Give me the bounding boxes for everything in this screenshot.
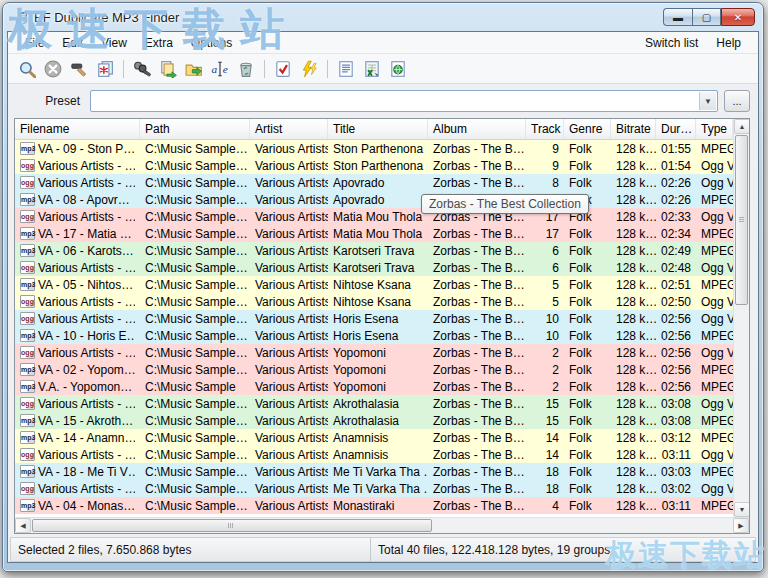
- new-search-icon: [96, 60, 114, 78]
- ogg-file-icon: ogg: [20, 448, 35, 461]
- menu-item-options[interactable]: Options: [182, 34, 241, 52]
- preset-more-button[interactable]: ...: [724, 90, 750, 112]
- album-cell: Zorbas - The B…: [428, 176, 526, 190]
- genre-cell: Folk: [564, 159, 611, 173]
- check-button[interactable]: [270, 57, 296, 81]
- album-cell: Zorbas - The B…: [428, 363, 526, 377]
- type-cell: MPEG: [696, 431, 733, 445]
- table-row[interactable]: mp3VA - 15 - Akroth…C:\Music Sample…Vari…: [15, 412, 733, 429]
- rename-button[interactable]: ae: [207, 57, 233, 81]
- scroll-left-icon[interactable]: ◀: [15, 518, 31, 533]
- table-row[interactable]: mp3VA - 09 - Ston P…C:\Music Sample…Vari…: [15, 140, 733, 157]
- duration-cell: 02:56: [656, 329, 696, 343]
- table-row[interactable]: oggVarious Artists - …C:\Music Sample…Va…: [15, 259, 733, 276]
- keys-button[interactable]: [129, 57, 155, 81]
- preset-combobox[interactable]: ▼: [90, 90, 718, 112]
- scroll-up-icon[interactable]: ▲: [734, 119, 750, 134]
- table-row[interactable]: oggVarious Artists - …C:\Music Sample…Va…: [15, 208, 733, 225]
- search-button[interactable]: [14, 57, 40, 81]
- column-header-title[interactable]: Title: [328, 119, 428, 139]
- horizontal-scrollbar[interactable]: ◀ ▶: [15, 517, 749, 533]
- export-excel-button[interactable]: [359, 57, 385, 81]
- filename-text: VA - 14 - Anamn…: [38, 431, 135, 445]
- delete-button[interactable]: [233, 57, 259, 81]
- table-row[interactable]: mp3VA - 08 - Apovr…C:\Music Sample…Vario…: [15, 191, 733, 208]
- table-row[interactable]: oggVarious Artists - …C:\Music Sample…Va…: [15, 446, 733, 463]
- table-row[interactable]: oggVarious Artists - …C:\Music Sample…Va…: [15, 174, 733, 191]
- menu-item-edit[interactable]: Edit: [53, 34, 92, 52]
- table-row[interactable]: mp3VA - 10 - Horis E…C:\Music Sample…Var…: [15, 327, 733, 344]
- bitrate-cell: 128 k…: [611, 346, 656, 360]
- table-row[interactable]: mp3VA - 17 - Matia …C:\Music Sample…Vari…: [15, 225, 733, 242]
- new-search-button[interactable]: [92, 57, 118, 81]
- table-row[interactable]: oggVarious Artists - …C:\Music Sample…Va…: [15, 395, 733, 412]
- path-cell: C:\Music Sample…: [140, 312, 250, 326]
- horizontal-scroll-thumb[interactable]: [32, 519, 432, 532]
- bitrate-cell: 128 k…: [611, 312, 656, 326]
- track-cell: 2: [526, 380, 564, 394]
- column-header-type[interactable]: Type: [696, 119, 733, 139]
- duration-cell: 03:03: [656, 465, 696, 479]
- table-row[interactable]: oggVarious Artists - …C:\Music Sample…Va…: [15, 480, 733, 497]
- type-cell: MPEG: [696, 380, 733, 394]
- stop-button[interactable]: [40, 57, 66, 81]
- ogg-file-icon: ogg: [20, 210, 35, 223]
- maximize-button[interactable]: ▢: [692, 8, 721, 26]
- artist-cell: Various Artists: [250, 176, 328, 190]
- title-cell: Akrothalasia: [328, 397, 428, 411]
- vertical-scrollbar[interactable]: ▲ ▼: [733, 119, 749, 517]
- column-header-genre[interactable]: Genre: [564, 119, 611, 139]
- toolbar-separator: [264, 60, 265, 78]
- column-header-filename[interactable]: Filename: [15, 119, 140, 139]
- track-cell: 10: [526, 329, 564, 343]
- table-row[interactable]: mp3VA - 05 - Nihtos…C:\Music Sample…Vari…: [15, 276, 733, 293]
- track-cell: 15: [526, 414, 564, 428]
- combo-dropdown-arrow-icon[interactable]: ▼: [699, 92, 716, 110]
- titlebar[interactable]: EF Duplicate MP3 Finder ▬ ▢ ✕: [7, 3, 759, 31]
- menu-item-file[interactable]: File: [16, 34, 53, 52]
- run-button[interactable]: [296, 57, 322, 81]
- column-header-album[interactable]: Album: [428, 119, 526, 139]
- close-button[interactable]: ✕: [721, 8, 755, 26]
- minimize-button[interactable]: ▬: [663, 8, 692, 26]
- path-cell: C:\Music Sample…: [140, 431, 250, 445]
- table-row[interactable]: mp3VA - 18 - Me Ti V…C:\Music Sample…Var…: [15, 463, 733, 480]
- table-row[interactable]: oggVarious Artists - …C:\Music Sample…Va…: [15, 344, 733, 361]
- table-row[interactable]: oggVarious Artists - …C:\Music Sample…Va…: [15, 157, 733, 174]
- application-window: EF Duplicate MP3 Finder ▬ ▢ ✕ FileEditVi…: [2, 2, 764, 572]
- table-row[interactable]: mp3V.A. - Yopomon…C:\Music SampleVarious…: [15, 378, 733, 395]
- app-icon: [13, 9, 29, 25]
- genre-cell: Folk: [564, 431, 611, 445]
- menu-item-switch-list[interactable]: Switch list: [636, 34, 707, 52]
- table-row[interactable]: mp3VA - 06 - Karots…C:\Music Sample…Vari…: [15, 242, 733, 259]
- menu-bar: FileEditViewExtraOptions Switch listHelp: [8, 32, 758, 54]
- mp3-file-icon: mp3: [20, 278, 35, 291]
- column-header-dur[interactable]: Dur…: [656, 119, 696, 139]
- column-header-path[interactable]: Path: [140, 119, 250, 139]
- table-row[interactable]: oggVarious Artists - …C:\Music Sample…Va…: [15, 310, 733, 327]
- column-header-track[interactable]: Track: [526, 119, 564, 139]
- vertical-scroll-thumb[interactable]: [735, 135, 748, 305]
- scroll-down-icon[interactable]: ▼: [734, 502, 750, 517]
- table-row[interactable]: oggVarious Artists - …C:\Music Sample…Va…: [15, 293, 733, 310]
- table-row[interactable]: mp3VA - 02 - Yopom…C:\Music Sample…Vario…: [15, 361, 733, 378]
- menu-item-view[interactable]: View: [92, 34, 136, 52]
- bitrate-cell: 128 k…: [611, 176, 656, 190]
- table-row[interactable]: mp3VA - 14 - Anamn…C:\Music Sample…Vario…: [15, 429, 733, 446]
- export-html-button[interactable]: [385, 57, 411, 81]
- scroll-right-icon[interactable]: ▶: [733, 518, 749, 533]
- menu-item-help[interactable]: Help: [707, 34, 750, 52]
- report-button[interactable]: [333, 57, 359, 81]
- genre-cell: Folk: [564, 329, 611, 343]
- column-header-artist[interactable]: Artist: [250, 119, 328, 139]
- menu-item-extra[interactable]: Extra: [136, 34, 182, 52]
- copy-files-button[interactable]: [155, 57, 181, 81]
- table-row[interactable]: mp3VA - 04 - Monas…C:\Music Sample…Vario…: [15, 497, 733, 514]
- genre-cell: Folk: [564, 482, 611, 496]
- album-cell: Zorbas - The B…: [428, 312, 526, 326]
- tools-button[interactable]: [66, 57, 92, 81]
- path-cell: C:\Music Sample…: [140, 261, 250, 275]
- move-files-button[interactable]: [181, 57, 207, 81]
- album-cell: Zorbas - The B…: [428, 278, 526, 292]
- column-header-bitrate[interactable]: Bitrate: [611, 119, 656, 139]
